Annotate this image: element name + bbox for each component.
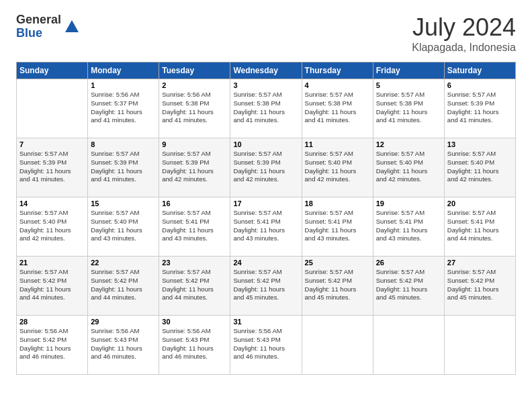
logo-blue: Blue: [16, 27, 61, 40]
calendar-day-cell: 8Sunrise: 5:57 AMSunset: 5:39 PMDaylight…: [88, 138, 159, 197]
day-of-week-header: Saturday: [444, 62, 515, 79]
empty-day-cell: [373, 316, 444, 375]
calendar-day-cell: 9Sunrise: 5:57 AMSunset: 5:39 PMDaylight…: [159, 138, 230, 197]
day-info: Sunrise: 5:57 AMSunset: 5:39 PMDaylight:…: [447, 91, 513, 125]
day-number: 7: [19, 140, 85, 148]
empty-day-cell: [302, 316, 373, 375]
day-info: Sunrise: 5:57 AMSunset: 5:42 PMDaylight:…: [162, 268, 227, 302]
calendar-day-cell: 27Sunrise: 5:57 AMSunset: 5:42 PMDayligh…: [444, 257, 515, 316]
day-info: Sunrise: 5:56 AMSunset: 5:43 PMDaylight:…: [162, 327, 227, 361]
calendar-day-cell: 20Sunrise: 5:57 AMSunset: 5:41 PMDayligh…: [444, 197, 515, 257]
calendar-day-cell: 28Sunrise: 5:56 AMSunset: 5:42 PMDayligh…: [17, 316, 88, 375]
day-info: Sunrise: 5:57 AMSunset: 5:41 PMDaylight:…: [305, 209, 370, 243]
day-number: 20: [447, 199, 513, 208]
calendar-week-row: 7Sunrise: 5:57 AMSunset: 5:39 PMDaylight…: [17, 138, 516, 197]
day-info: Sunrise: 5:57 AMSunset: 5:40 PMDaylight:…: [91, 209, 156, 243]
day-info: Sunrise: 5:57 AMSunset: 5:41 PMDaylight:…: [233, 209, 298, 243]
day-info: Sunrise: 5:57 AMSunset: 5:39 PMDaylight:…: [233, 150, 298, 184]
day-info: Sunrise: 5:57 AMSunset: 5:42 PMDaylight:…: [447, 268, 513, 302]
day-info: Sunrise: 5:57 AMSunset: 5:39 PMDaylight:…: [19, 150, 85, 184]
calendar-week-row: 28Sunrise: 5:56 AMSunset: 5:42 PMDayligh…: [17, 316, 516, 375]
day-info: Sunrise: 5:57 AMSunset: 5:38 PMDaylight:…: [376, 91, 441, 125]
day-info: Sunrise: 5:57 AMSunset: 5:40 PMDaylight:…: [305, 150, 370, 184]
page: General Blue July 2024 Klapagada, Indone…: [0, 0, 532, 411]
day-of-week-header: Monday: [88, 62, 159, 79]
day-number: 16: [162, 199, 227, 208]
day-info: Sunrise: 5:57 AMSunset: 5:41 PMDaylight:…: [162, 209, 227, 243]
day-number: 23: [162, 259, 227, 267]
calendar-day-cell: 26Sunrise: 5:57 AMSunset: 5:42 PMDayligh…: [373, 257, 444, 316]
day-of-week-header: Friday: [373, 62, 444, 79]
calendar-day-cell: 1Sunrise: 5:56 AMSunset: 5:37 PMDaylight…: [88, 79, 159, 138]
day-of-week-header: Thursday: [302, 62, 373, 79]
calendar-day-cell: 13Sunrise: 5:57 AMSunset: 5:40 PMDayligh…: [444, 138, 515, 197]
day-number: 11: [305, 140, 370, 148]
empty-day-cell: [17, 79, 88, 138]
calendar-day-cell: 10Sunrise: 5:57 AMSunset: 5:39 PMDayligh…: [230, 138, 302, 197]
calendar-day-cell: 14Sunrise: 5:57 AMSunset: 5:40 PMDayligh…: [17, 197, 88, 257]
calendar-day-cell: 16Sunrise: 5:57 AMSunset: 5:41 PMDayligh…: [159, 197, 230, 257]
day-info: Sunrise: 5:57 AMSunset: 5:38 PMDaylight:…: [233, 91, 298, 125]
day-info: Sunrise: 5:57 AMSunset: 5:42 PMDaylight:…: [376, 268, 441, 302]
day-number: 26: [376, 259, 441, 267]
calendar-day-cell: 2Sunrise: 5:56 AMSunset: 5:38 PMDaylight…: [159, 79, 230, 138]
logo-general: General: [16, 13, 61, 27]
day-number: 13: [447, 140, 513, 148]
calendar-day-cell: 15Sunrise: 5:57 AMSunset: 5:40 PMDayligh…: [88, 197, 159, 257]
day-info: Sunrise: 5:57 AMSunset: 5:40 PMDaylight:…: [376, 150, 441, 184]
day-number: 14: [19, 199, 85, 208]
day-info: Sunrise: 5:57 AMSunset: 5:40 PMDaylight:…: [19, 209, 85, 243]
day-of-week-header: Tuesday: [159, 62, 230, 79]
calendar-day-cell: 12Sunrise: 5:57 AMSunset: 5:40 PMDayligh…: [373, 138, 444, 197]
day-number: 31: [233, 318, 298, 326]
day-info: Sunrise: 5:57 AMSunset: 5:42 PMDaylight:…: [19, 268, 85, 302]
day-info: Sunrise: 5:57 AMSunset: 5:41 PMDaylight:…: [376, 209, 441, 243]
day-number: 17: [233, 199, 298, 208]
calendar-day-cell: 21Sunrise: 5:57 AMSunset: 5:42 PMDayligh…: [17, 257, 88, 316]
calendar-header-row: SundayMondayTuesdayWednesdayThursdayFrid…: [17, 62, 516, 79]
svg-marker-0: [65, 20, 79, 32]
day-info: Sunrise: 5:57 AMSunset: 5:42 PMDaylight:…: [91, 268, 156, 302]
day-info: Sunrise: 5:57 AMSunset: 5:42 PMDaylight:…: [233, 268, 298, 302]
location: Klapagada, Indonesia: [412, 42, 516, 54]
calendar-day-cell: 23Sunrise: 5:57 AMSunset: 5:42 PMDayligh…: [159, 257, 230, 316]
day-number: 4: [305, 81, 370, 89]
day-number: 9: [162, 140, 227, 148]
calendar-week-row: 1Sunrise: 5:56 AMSunset: 5:37 PMDaylight…: [17, 79, 516, 138]
calendar-day-cell: 22Sunrise: 5:57 AMSunset: 5:42 PMDayligh…: [88, 257, 159, 316]
calendar-day-cell: 5Sunrise: 5:57 AMSunset: 5:38 PMDaylight…: [373, 79, 444, 138]
calendar-table: SundayMondayTuesdayWednesdayThursdayFrid…: [16, 62, 516, 375]
day-number: 15: [91, 199, 156, 208]
day-number: 5: [376, 81, 441, 89]
logo-text: General Blue: [16, 13, 61, 40]
day-number: 22: [91, 259, 156, 267]
calendar-day-cell: 30Sunrise: 5:56 AMSunset: 5:43 PMDayligh…: [159, 316, 230, 375]
day-number: 29: [91, 318, 156, 326]
day-info: Sunrise: 5:56 AMSunset: 5:42 PMDaylight:…: [19, 327, 85, 361]
day-of-week-header: Wednesday: [230, 62, 302, 79]
calendar-day-cell: 19Sunrise: 5:57 AMSunset: 5:41 PMDayligh…: [373, 197, 444, 257]
day-of-week-header: Sunday: [17, 62, 88, 79]
day-info: Sunrise: 5:57 AMSunset: 5:38 PMDaylight:…: [305, 91, 370, 125]
day-info: Sunrise: 5:57 AMSunset: 5:40 PMDaylight:…: [447, 150, 513, 184]
day-number: 24: [233, 259, 298, 267]
calendar-week-row: 21Sunrise: 5:57 AMSunset: 5:42 PMDayligh…: [17, 257, 516, 316]
day-number: 18: [305, 199, 370, 208]
day-number: 30: [162, 318, 227, 326]
header: General Blue July 2024 Klapagada, Indone…: [16, 13, 516, 54]
day-number: 21: [19, 259, 85, 267]
logo: General Blue: [16, 13, 81, 40]
calendar-day-cell: 18Sunrise: 5:57 AMSunset: 5:41 PMDayligh…: [302, 197, 373, 257]
day-info: Sunrise: 5:56 AMSunset: 5:37 PMDaylight:…: [91, 91, 156, 125]
day-info: Sunrise: 5:57 AMSunset: 5:39 PMDaylight:…: [162, 150, 227, 184]
day-number: 27: [447, 259, 513, 267]
calendar-day-cell: 7Sunrise: 5:57 AMSunset: 5:39 PMDaylight…: [17, 138, 88, 197]
day-number: 10: [233, 140, 298, 148]
calendar-day-cell: 25Sunrise: 5:57 AMSunset: 5:42 PMDayligh…: [302, 257, 373, 316]
title-section: July 2024 Klapagada, Indonesia: [412, 13, 516, 54]
calendar-day-cell: 6Sunrise: 5:57 AMSunset: 5:39 PMDaylight…: [444, 79, 515, 138]
calendar-day-cell: 17Sunrise: 5:57 AMSunset: 5:41 PMDayligh…: [230, 197, 302, 257]
day-info: Sunrise: 5:57 AMSunset: 5:41 PMDaylight:…: [447, 209, 513, 243]
day-info: Sunrise: 5:56 AMSunset: 5:38 PMDaylight:…: [162, 91, 227, 125]
day-number: 28: [19, 318, 85, 326]
